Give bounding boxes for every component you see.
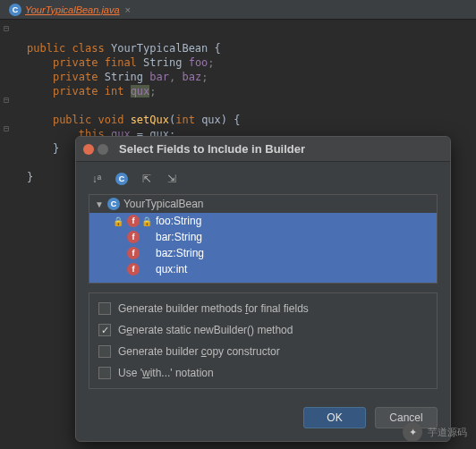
collapse-icon[interactable]: ⇲ <box>164 171 180 187</box>
option-label: Generate builder methods for final field… <box>118 302 309 315</box>
checkbox[interactable] <box>98 367 111 379</box>
field-icon: f <box>127 215 140 227</box>
field-icon: f <box>127 263 140 275</box>
watermark-text: 芋道源码 <box>428 426 467 439</box>
field-row[interactable]: fqux:int <box>89 261 437 277</box>
class-icon: C <box>107 198 120 210</box>
dialog-toolbar: ↓ª C ⇱ ⇲ <box>89 171 438 187</box>
option-label: Generate builder copy constructor <box>118 345 280 358</box>
field-label: qux:int <box>156 263 187 275</box>
option-label: Use 'with...' notation <box>118 367 214 379</box>
dialog-buttons: OK Cancel <box>76 398 450 441</box>
sort-icon[interactable]: ↓ª <box>89 171 105 187</box>
option-label: Generate static newBuilder() method <box>118 324 293 336</box>
class-name: YourTypicalBean <box>123 198 204 210</box>
field-row[interactable]: fbar:String <box>89 229 437 245</box>
ok-button[interactable]: OK <box>303 407 366 428</box>
checkbox[interactable] <box>98 324 111 336</box>
chevron-down-icon[interactable]: ▼ <box>95 199 104 209</box>
close-tab-icon[interactable]: × <box>125 4 131 15</box>
options-panel: Generate builder methods for final field… <box>89 292 438 389</box>
file-tab[interactable]: C YourTypicalBean.java × <box>4 2 136 18</box>
watermark: ✦ 芋道源码 <box>403 422 467 442</box>
tree-class-row[interactable]: ▼ C YourTypicalBean <box>89 195 437 213</box>
window-close-icon[interactable] <box>83 144 94 155</box>
lock-icon: 🔒 <box>113 216 123 226</box>
window-minimize-icon[interactable] <box>98 144 108 155</box>
option-row[interactable]: Use 'with...' notation <box>98 367 428 379</box>
field-icon: f <box>127 247 140 259</box>
field-row[interactable]: fbaz:String <box>89 245 437 261</box>
gutter: ⊟ ⊟ ⊟ <box>0 20 13 206</box>
checkbox[interactable] <box>98 345 111 358</box>
field-tree: ▼ C YourTypicalBean 🔒f🔒foo:Stringfbar:St… <box>89 194 438 284</box>
field-label: bar:String <box>156 231 202 243</box>
field-icon: f <box>127 231 140 243</box>
option-row[interactable]: Generate builder copy constructor <box>98 345 428 358</box>
field-row[interactable]: 🔒f🔒foo:String <box>89 213 437 229</box>
java-class-icon: C <box>9 4 21 16</box>
fold-icon[interactable]: ⊟ <box>4 93 9 107</box>
fold-icon[interactable]: ⊟ <box>4 21 9 36</box>
dialog-title: Select Fields to Include in Builder <box>119 142 305 156</box>
filter-class-icon[interactable]: C <box>114 171 130 187</box>
editor-tab-bar: C YourTypicalBean.java × <box>0 0 476 20</box>
final-lock-icon: 🔒 <box>141 216 152 226</box>
expand-icon[interactable]: ⇱ <box>139 171 155 187</box>
builder-dialog: Select Fields to Include in Builder ↓ª C… <box>75 136 451 442</box>
field-label: foo:String <box>156 215 201 227</box>
wechat-icon: ✦ <box>403 422 422 442</box>
dialog-titlebar[interactable]: Select Fields to Include in Builder <box>76 137 450 162</box>
option-row[interactable]: Generate static newBuilder() method <box>98 324 428 336</box>
checkbox[interactable] <box>98 302 111 315</box>
tab-filename: YourTypicalBean.java <box>25 4 120 15</box>
field-label: baz:String <box>156 247 204 259</box>
option-row[interactable]: Generate builder methods for final field… <box>98 302 428 315</box>
fold-icon[interactable]: ⊟ <box>4 122 9 136</box>
tree-items: 🔒f🔒foo:Stringfbar:Stringfbaz:Stringfqux:… <box>89 213 437 277</box>
